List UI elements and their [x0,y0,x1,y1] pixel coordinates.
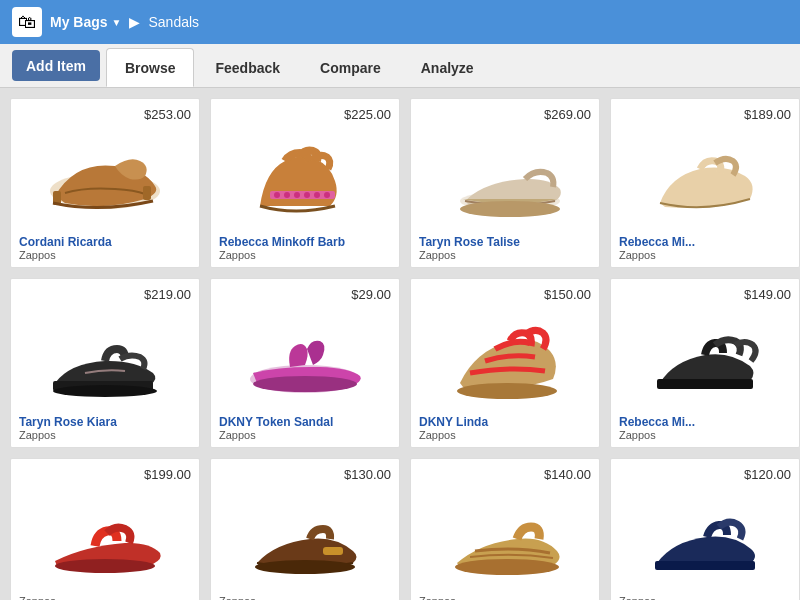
svg-point-16 [457,383,557,399]
product-card[interactable]: $29.00 DKNY Token Sandal Zappos [210,278,400,448]
product-price: $253.00 [19,107,191,122]
product-card[interactable]: $189.00 Rebecca Mi... Zappos [610,98,800,268]
product-price: $219.00 [19,287,191,302]
product-store: Zappos [219,249,391,261]
product-image [419,306,591,411]
svg-point-13 [53,385,157,397]
my-bags-label[interactable]: My Bags ▼ [50,14,121,30]
product-card[interactable]: $199.00 Zappos [10,458,200,600]
product-card[interactable]: $219.00 Taryn Rose Kiara Zappos [10,278,200,448]
breadcrumb-separator: ▶ [129,14,140,30]
product-image [419,126,591,231]
bag-icon: 🛍 [12,7,42,37]
product-card[interactable]: $149.00 Rebecca Mi... Zappos [610,278,800,448]
my-bags-text: My Bags [50,14,108,30]
product-store: Zappos [619,595,791,600]
product-grid: $253.00 Cordani Ricarda Zappos $225.00 R… [0,88,800,600]
add-item-button[interactable]: Add Item [12,50,100,81]
svg-point-9 [324,192,330,198]
tab-browse[interactable]: Browse [106,48,195,87]
product-price: $130.00 [219,467,391,482]
product-image [419,486,591,591]
product-image [219,486,391,591]
product-image [19,126,191,231]
tab-analyze[interactable]: Analyze [402,48,493,87]
product-image [619,486,791,591]
svg-point-21 [455,559,559,575]
product-store: Zappos [219,429,391,441]
svg-point-18 [55,559,155,573]
product-name: Rebecca Minkoff Barb [219,235,391,249]
category-label: Sandals [148,14,199,30]
product-name: Cordani Ricarda [19,235,191,249]
product-name: DKNY Token Sandal [219,415,391,429]
navigation-bar: Add Item Browse Feedback Compare Analyze [0,44,800,88]
product-card[interactable]: $140.00 Zappos [410,458,600,600]
product-image [219,126,391,231]
product-price: $225.00 [219,107,391,122]
product-name: Rebecca Mi... [619,415,791,429]
product-store: Zappos [619,249,791,261]
tab-compare[interactable]: Compare [301,48,400,87]
svg-rect-22 [655,561,755,570]
product-name: Rebecca Mi... [619,235,791,249]
product-store: Zappos [419,595,591,600]
product-price: $120.00 [619,467,791,482]
svg-point-8 [314,192,320,198]
product-card[interactable]: $225.00 Rebecca Minkoff Barb Zappos [210,98,400,268]
svg-point-6 [294,192,300,198]
svg-point-20 [255,560,355,574]
product-name: Taryn Rose Talise [419,235,591,249]
product-store: Zappos [619,429,791,441]
product-image [19,306,191,411]
product-store: Zappos [19,429,191,441]
dropdown-arrow-icon: ▼ [112,17,122,28]
product-image [219,306,391,411]
product-image [619,126,791,231]
app-header: 🛍 My Bags ▼ ▶ Sandals [0,0,800,44]
svg-rect-2 [143,186,151,200]
product-card[interactable]: $130.00 Zappos [210,458,400,600]
product-store: Zappos [419,429,591,441]
product-price: $199.00 [19,467,191,482]
product-store: Zappos [419,249,591,261]
product-price: $269.00 [419,107,591,122]
product-image [619,306,791,411]
svg-point-7 [304,192,310,198]
product-store: Zappos [19,595,191,600]
product-name: DKNY Linda [419,415,591,429]
product-price: $29.00 [219,287,391,302]
svg-rect-19 [323,547,343,555]
product-price: $150.00 [419,287,591,302]
product-name: Taryn Rose Kiara [19,415,191,429]
svg-rect-17 [657,379,753,389]
tab-feedback[interactable]: Feedback [196,48,299,87]
svg-point-5 [284,192,290,198]
svg-point-15 [253,376,357,392]
svg-point-4 [274,192,280,198]
product-price: $149.00 [619,287,791,302]
product-card[interactable]: $120.00 Zappos [610,458,800,600]
product-store: Zappos [19,249,191,261]
product-price: $189.00 [619,107,791,122]
product-card[interactable]: $269.00 Taryn Rose Talise Zappos [410,98,600,268]
product-store: Zappos [219,595,391,600]
product-image [19,486,191,591]
product-card[interactable]: $253.00 Cordani Ricarda Zappos [10,98,200,268]
svg-point-11 [460,201,560,217]
product-price: $140.00 [419,467,591,482]
product-card[interactable]: $150.00 DKNY Linda Zappos [410,278,600,448]
